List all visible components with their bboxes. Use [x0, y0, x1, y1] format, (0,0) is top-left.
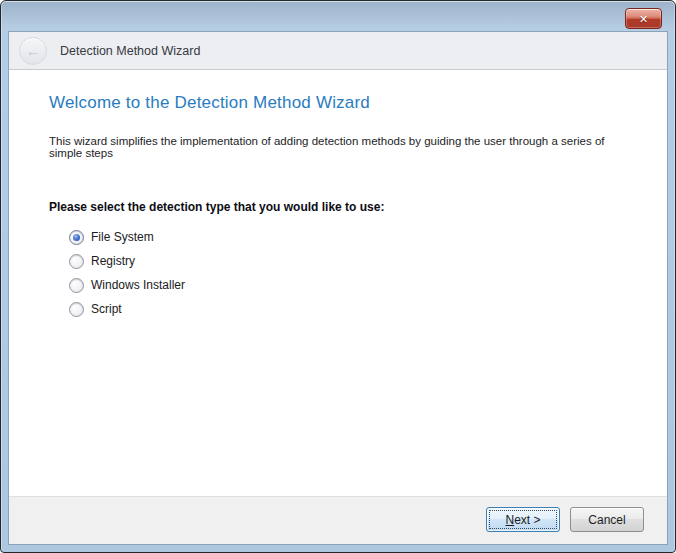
close-icon: ✕	[639, 13, 648, 24]
back-button[interactable]: ←	[19, 37, 47, 65]
radio-control[interactable]	[69, 278, 84, 293]
button-bar: Next > Cancel	[9, 496, 667, 544]
radio-label: Script	[91, 302, 122, 316]
wizard-header: ← Detection Method Wizard	[9, 32, 667, 70]
radio-label: Windows Installer	[91, 278, 185, 292]
radio-option-registry[interactable]: Registry	[69, 249, 639, 273]
next-button[interactable]: Next >	[486, 507, 560, 532]
wizard-description: This wizard simplifies the implementatio…	[49, 135, 639, 159]
radio-option-script[interactable]: Script	[69, 297, 639, 321]
radio-label: File System	[91, 230, 154, 244]
back-arrow-icon: ←	[26, 44, 40, 58]
next-button-label: Next >	[505, 513, 540, 527]
radio-label: Registry	[91, 254, 135, 268]
wizard-content: Welcome to the Detection Method Wizard T…	[9, 70, 667, 496]
radio-option-windows-installer[interactable]: Windows Installer	[69, 273, 639, 297]
detection-type-prompt: Please select the detection type that yo…	[49, 200, 639, 214]
radio-option-file-system[interactable]: File System	[69, 225, 639, 249]
cancel-button[interactable]: Cancel	[570, 507, 644, 532]
header-title: Detection Method Wizard	[60, 44, 200, 58]
detection-type-radio-group: File System Registry Windows Installer S…	[69, 225, 639, 321]
radio-control[interactable]	[69, 254, 84, 269]
title-bar: ✕	[1, 1, 675, 31]
wizard-window: ✕ ← Detection Method Wizard Welcome to t…	[0, 0, 676, 553]
page-title: Welcome to the Detection Method Wizard	[49, 93, 639, 113]
cancel-button-label: Cancel	[588, 513, 625, 527]
radio-control[interactable]	[69, 302, 84, 317]
close-button[interactable]: ✕	[625, 8, 662, 29]
radio-control[interactable]	[69, 230, 84, 245]
client-area: ← Detection Method Wizard Welcome to the…	[8, 31, 668, 545]
